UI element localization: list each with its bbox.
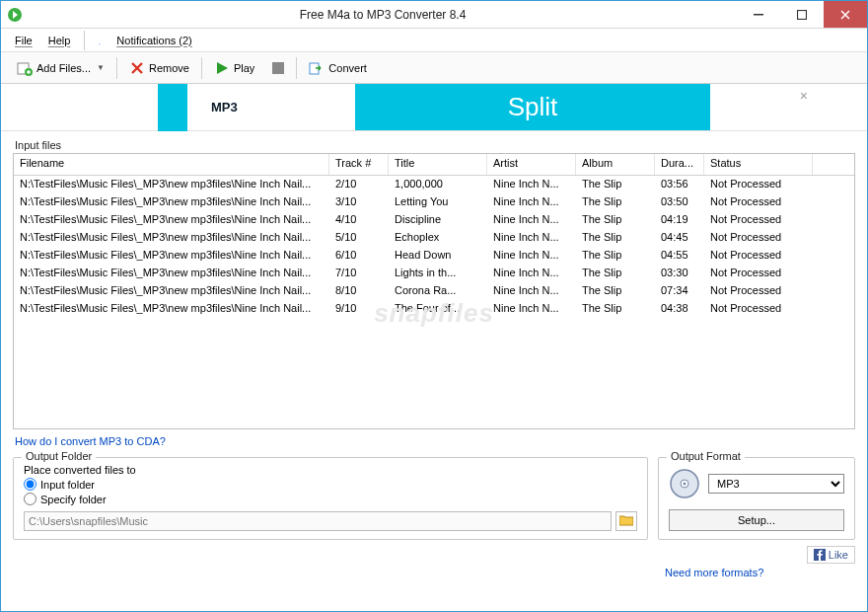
play-button[interactable]: Play bbox=[206, 57, 262, 79]
col-album[interactable]: Album bbox=[576, 154, 655, 175]
col-track[interactable]: Track # bbox=[329, 154, 389, 175]
remove-button[interactable]: Remove bbox=[121, 57, 197, 79]
window-title: Free M4a to MP3 Converter 8.4 bbox=[29, 8, 737, 22]
col-duration[interactable]: Dura... bbox=[655, 154, 704, 175]
add-files-label: Add Files... bbox=[36, 62, 91, 74]
radio-specify-folder[interactable]: Specify folder bbox=[24, 493, 637, 505]
menu-file[interactable]: File bbox=[9, 33, 38, 48]
cell-duration: 04:45 bbox=[655, 230, 704, 246]
convert-button[interactable]: Convert bbox=[301, 57, 375, 79]
stop-button[interactable] bbox=[264, 59, 292, 77]
output-path-field[interactable] bbox=[24, 511, 612, 531]
banner-split-label: Split bbox=[355, 84, 710, 130]
toolbar-separator bbox=[201, 57, 202, 79]
cell-status: Not Processed bbox=[704, 194, 813, 210]
table-row[interactable]: N:\TestFiles\Music Files\_MP3\new mp3fil… bbox=[14, 300, 854, 318]
cell-artist: Nine Inch N... bbox=[487, 194, 576, 210]
cell-title: Discipline bbox=[389, 212, 487, 228]
cell-artist: Nine Inch N... bbox=[487, 177, 576, 192]
add-files-icon bbox=[17, 60, 33, 76]
col-filename[interactable]: Filename bbox=[14, 154, 329, 175]
banner-mp3-label: MP3 bbox=[211, 88, 270, 127]
dropdown-arrow-icon: ▼ bbox=[97, 63, 105, 72]
table-row[interactable]: N:\TestFiles\Music Files\_MP3\new mp3fil… bbox=[14, 211, 854, 229]
app-icon bbox=[7, 7, 23, 23]
cell-track: 9/10 bbox=[329, 301, 389, 317]
col-title[interactable]: Title bbox=[389, 154, 487, 175]
radio-specify-folder-input[interactable] bbox=[24, 493, 36, 505]
cell-title: Head Down bbox=[389, 248, 487, 264]
cell-filename: N:\TestFiles\Music Files\_MP3\new mp3fil… bbox=[14, 301, 329, 317]
cell-album: The Slip bbox=[576, 212, 655, 228]
cell-track: 7/10 bbox=[329, 266, 389, 281]
cell-duration: 04:55 bbox=[655, 248, 704, 264]
cell-track: 6/10 bbox=[329, 248, 389, 264]
menu-help[interactable]: Help bbox=[42, 33, 77, 48]
cell-artist: Nine Inch N... bbox=[487, 301, 576, 317]
more-formats-link[interactable]: Need more formats? bbox=[663, 561, 765, 584]
cell-artist: Nine Inch N... bbox=[487, 212, 576, 228]
banner-close-icon[interactable]: × bbox=[800, 88, 808, 104]
svg-rect-1 bbox=[754, 14, 763, 16]
clipboard-icon bbox=[93, 34, 107, 47]
cell-status: Not Processed bbox=[704, 283, 813, 299]
table-row[interactable]: N:\TestFiles\Music Files\_MP3\new mp3fil… bbox=[14, 282, 854, 300]
cell-filename: N:\TestFiles\Music Files\_MP3\new mp3fil… bbox=[14, 266, 329, 281]
setup-button[interactable]: Setup... bbox=[669, 509, 844, 531]
table-row[interactable]: N:\TestFiles\Music Files\_MP3\new mp3fil… bbox=[14, 229, 854, 247]
play-label: Play bbox=[234, 62, 254, 74]
cell-title: Letting You bbox=[389, 194, 487, 210]
facebook-icon bbox=[814, 549, 826, 561]
col-artist[interactable]: Artist bbox=[487, 154, 576, 175]
fb-like-label: Like bbox=[829, 549, 848, 561]
cell-status: Not Processed bbox=[704, 177, 813, 192]
close-button[interactable] bbox=[824, 1, 867, 28]
cell-album: The Slip bbox=[576, 230, 655, 246]
cell-duration: 07:34 bbox=[655, 283, 704, 299]
table-row[interactable]: N:\TestFiles\Music Files\_MP3\new mp3fil… bbox=[14, 193, 854, 211]
menu-bar: File Help Notifications (2) bbox=[1, 29, 867, 52]
cell-duration: 03:56 bbox=[655, 177, 704, 192]
cell-album: The Slip bbox=[576, 301, 655, 317]
cell-filename: N:\TestFiles\Music Files\_MP3\new mp3fil… bbox=[14, 212, 329, 228]
cell-track: 4/10 bbox=[329, 212, 389, 228]
browse-folder-button[interactable] bbox=[615, 511, 637, 531]
cell-duration: 03:50 bbox=[655, 194, 704, 210]
add-files-button[interactable]: Add Files... ▼ bbox=[9, 57, 112, 79]
radio-input-folder[interactable]: Input folder bbox=[24, 478, 637, 491]
svg-point-10 bbox=[684, 483, 687, 486]
ad-banner[interactable]: MP3 Split × bbox=[1, 84, 867, 131]
cell-filename: N:\TestFiles\Music Files\_MP3\new mp3fil… bbox=[14, 248, 329, 264]
cell-status: Not Processed bbox=[704, 266, 813, 281]
cell-artist: Nine Inch N... bbox=[487, 230, 576, 246]
maximize-button[interactable] bbox=[780, 1, 824, 28]
toolbar: Add Files... ▼ Remove Play Convert bbox=[1, 52, 867, 84]
table-row[interactable]: N:\TestFiles\Music Files\_MP3\new mp3fil… bbox=[14, 247, 854, 265]
table-body: N:\TestFiles\Music Files\_MP3\new mp3fil… bbox=[14, 176, 854, 318]
facebook-like-button[interactable]: Like bbox=[807, 546, 855, 564]
toolbar-separator bbox=[296, 57, 297, 79]
cell-duration: 04:19 bbox=[655, 212, 704, 228]
toolbar-separator bbox=[116, 57, 117, 79]
input-files-label: Input files bbox=[15, 139, 855, 151]
minimize-button[interactable] bbox=[737, 1, 780, 28]
radio-input-folder-label: Input folder bbox=[40, 479, 95, 491]
cell-track: 3/10 bbox=[329, 194, 389, 210]
svg-rect-3 bbox=[100, 43, 101, 45]
radio-specify-folder-label: Specify folder bbox=[40, 494, 107, 505]
cell-album: The Slip bbox=[576, 283, 655, 299]
cell-album: The Slip bbox=[576, 177, 655, 192]
convert-label: Convert bbox=[328, 62, 367, 74]
col-status[interactable]: Status bbox=[704, 154, 813, 175]
cd-icon bbox=[669, 468, 700, 499]
cell-title: Lights in th... bbox=[389, 266, 487, 281]
output-folder-legend: Output Folder bbox=[22, 450, 96, 462]
table-row[interactable]: N:\TestFiles\Music Files\_MP3\new mp3fil… bbox=[14, 176, 854, 193]
table-row[interactable]: N:\TestFiles\Music Files\_MP3\new mp3fil… bbox=[14, 265, 854, 282]
menu-notifications[interactable]: Notifications (2) bbox=[84, 31, 203, 50]
notifications-label: Notifications (2) bbox=[110, 33, 197, 48]
output-folder-group: Output Folder Place converted files to I… bbox=[13, 457, 648, 540]
radio-input-folder-input[interactable] bbox=[24, 478, 36, 491]
svg-rect-2 bbox=[798, 10, 807, 19]
format-select[interactable]: MP3 bbox=[708, 474, 844, 494]
